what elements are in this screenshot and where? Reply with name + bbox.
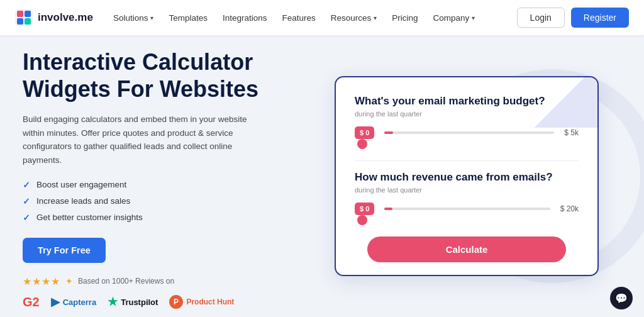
widget-divider bbox=[355, 160, 579, 161]
slider-2-row: $ 0 $ 20k bbox=[355, 203, 579, 215]
check-icon: ✓ bbox=[23, 180, 30, 190]
nav-company[interactable]: Company ▾ bbox=[433, 13, 475, 23]
list-item: ✓ Boost user engagement bbox=[23, 180, 287, 190]
slider-1-max-value: $ 5k bbox=[564, 128, 579, 137]
slider-1-thumb[interactable] bbox=[357, 139, 367, 149]
login-button[interactable]: Login bbox=[517, 8, 565, 28]
register-button[interactable]: Register bbox=[571, 8, 629, 28]
hero-left: Interactive CalculatorWidgets For Websit… bbox=[23, 43, 287, 309]
hero-right: What's your email marketing budget? duri… bbox=[312, 76, 621, 276]
chevron-down-icon: ▾ bbox=[374, 14, 377, 21]
reviews-row: ★★★★ ✦ Based on 1000+ Reviews on bbox=[23, 275, 287, 287]
svg-rect-4 bbox=[25, 18, 31, 25]
calculate-button[interactable]: Calculate bbox=[367, 236, 566, 262]
list-item: ✓ Increase leads and sales bbox=[23, 196, 287, 206]
list-item: ✓ Get better customer insights bbox=[23, 213, 287, 223]
slider-1-row: $ 0 $ 5k bbox=[355, 126, 579, 139]
badge-producthunt: P Product Hunt bbox=[169, 295, 234, 309]
chat-bubble-button[interactable]: 💬 bbox=[610, 287, 633, 309]
chevron-down-icon: ▾ bbox=[472, 14, 475, 21]
logo-icon bbox=[15, 9, 33, 26]
slider-1-track[interactable] bbox=[384, 131, 554, 134]
widget-sub-1: during the last quarter bbox=[355, 110, 579, 118]
chat-icon: 💬 bbox=[615, 292, 628, 304]
check-icon: ✓ bbox=[23, 196, 30, 206]
navigation: involve.me Solutions ▾ Templates Integra… bbox=[0, 0, 644, 35]
slider-2-min-badge: $ 0 bbox=[355, 203, 374, 215]
slider-1-min-badge: $ 0 bbox=[355, 126, 374, 139]
nav-actions: Login Register bbox=[517, 8, 629, 28]
slider-2-fill bbox=[384, 208, 392, 210]
g2-icon: G2 bbox=[23, 295, 40, 309]
logo-text: involve.me bbox=[38, 11, 93, 24]
calc-btn-row: Calculate bbox=[355, 236, 579, 262]
logo[interactable]: involve.me bbox=[15, 9, 93, 26]
slider-1-thumb-row bbox=[355, 139, 579, 149]
slider-2-max-value: $ 20k bbox=[560, 204, 579, 213]
nav-templates[interactable]: Templates bbox=[169, 13, 208, 23]
producthunt-icon: P bbox=[169, 295, 183, 309]
svg-rect-1 bbox=[17, 11, 23, 17]
hero-subtitle: Build engaging calculators and embed the… bbox=[23, 113, 255, 167]
capterra-icon: ▶ bbox=[51, 295, 60, 309]
nav-links: Solutions ▾ Templates Integrations Featu… bbox=[113, 13, 517, 23]
svg-rect-2 bbox=[25, 11, 31, 17]
svg-rect-3 bbox=[17, 18, 23, 25]
reviews-text: Based on 1000+ Reviews on bbox=[78, 277, 174, 286]
hero-title: Interactive CalculatorWidgets For Websit… bbox=[23, 49, 287, 103]
slider-2-track[interactable] bbox=[384, 208, 550, 210]
feature-list: ✓ Boost user engagement ✓ Increase leads… bbox=[23, 180, 287, 223]
nav-resources[interactable]: Resources ▾ bbox=[331, 13, 377, 23]
slider-2-thumb[interactable] bbox=[357, 215, 367, 225]
nav-features[interactable]: Features bbox=[282, 13, 316, 23]
nav-solutions[interactable]: Solutions ▾ bbox=[113, 13, 154, 23]
slider-1-fill bbox=[384, 131, 393, 134]
chevron-down-icon: ▾ bbox=[150, 14, 153, 21]
trustpilot-icon: ★ bbox=[108, 295, 118, 309]
nav-integrations[interactable]: Integrations bbox=[223, 13, 267, 23]
svg-text:P: P bbox=[174, 298, 179, 306]
badge-capterra: ▶ Capterra bbox=[51, 295, 96, 309]
nav-pricing[interactable]: Pricing bbox=[392, 13, 418, 23]
badge-g2: G2 bbox=[23, 295, 40, 309]
badge-trustpilot: ★ Trustpilot bbox=[108, 295, 158, 309]
slider-2-thumb-row bbox=[355, 215, 579, 225]
try-for-free-button[interactable]: Try For Free bbox=[23, 238, 106, 263]
widget-sub-2: during the last quarter bbox=[355, 186, 579, 194]
star-rating: ★★★★ bbox=[23, 275, 60, 287]
check-icon: ✓ bbox=[23, 213, 30, 223]
widget-preview-card: What's your email marketing budget? duri… bbox=[335, 76, 599, 276]
main-content: Interactive CalculatorWidgets For Websit… bbox=[0, 35, 644, 317]
half-star-icon: ✦ bbox=[65, 276, 73, 286]
widget-question-2: How much revenue came from emails? bbox=[355, 171, 579, 184]
widget-question-1: What's your email marketing budget? bbox=[355, 95, 579, 108]
badges-row: G2 ▶ Capterra ★ Trustpilot P Product Hun… bbox=[23, 295, 287, 309]
